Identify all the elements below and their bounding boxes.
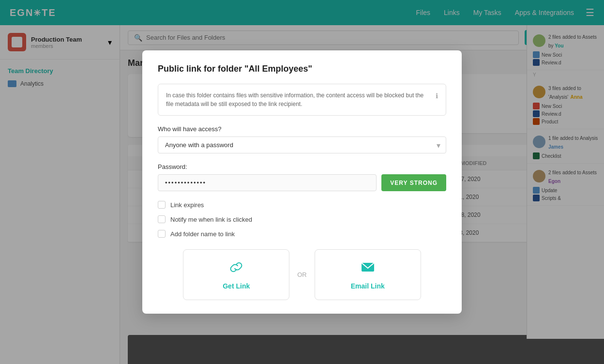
- access-label: Who will have access?: [158, 125, 446, 133]
- modal-info-text: In case this folder contains files with …: [166, 91, 431, 108]
- link-expires-row: Link expires: [158, 201, 446, 209]
- modal-title: Public link for folder "All Employees": [158, 64, 446, 74]
- password-row: VERY STRONG: [158, 174, 446, 191]
- link-icon: [228, 259, 244, 278]
- notify-clicked-checkbox[interactable]: [158, 215, 166, 223]
- password-input[interactable]: [158, 174, 377, 191]
- or-separator: OR: [297, 271, 307, 278]
- get-link-label: Get Link: [223, 282, 250, 290]
- modal-info-box: In case this folder contains files with …: [158, 84, 446, 116]
- email-link-label: Email Link: [351, 282, 385, 290]
- link-expires-label: Link expires: [170, 201, 204, 209]
- get-link-button[interactable]: Get Link: [183, 249, 289, 300]
- add-folder-name-row: Add folder name to link: [158, 230, 446, 238]
- info-icon[interactable]: ℹ: [436, 91, 438, 101]
- notify-clicked-label: Notify me when link is clicked: [170, 216, 252, 223]
- modal-actions: Get Link OR Email Link: [158, 249, 446, 300]
- email-link-button[interactable]: Email Link: [315, 249, 421, 300]
- access-select-wrap: Anyone with a password Anyone Only speci…: [158, 136, 446, 153]
- password-label: Password:: [158, 163, 446, 170]
- add-folder-name-checkbox[interactable]: [158, 230, 166, 238]
- email-icon: [360, 259, 376, 278]
- add-folder-name-label: Add folder name to link: [170, 230, 235, 238]
- public-link-modal: Public link for folder "All Employees" I…: [142, 50, 462, 314]
- access-select[interactable]: Anyone with a password Anyone Only speci…: [158, 136, 446, 153]
- notify-clicked-row: Notify me when link is clicked: [158, 215, 446, 223]
- strength-badge[interactable]: VERY STRONG: [381, 174, 446, 191]
- link-expires-checkbox[interactable]: [158, 201, 166, 209]
- modal-overlay: Public link for folder "All Employees" I…: [0, 0, 604, 364]
